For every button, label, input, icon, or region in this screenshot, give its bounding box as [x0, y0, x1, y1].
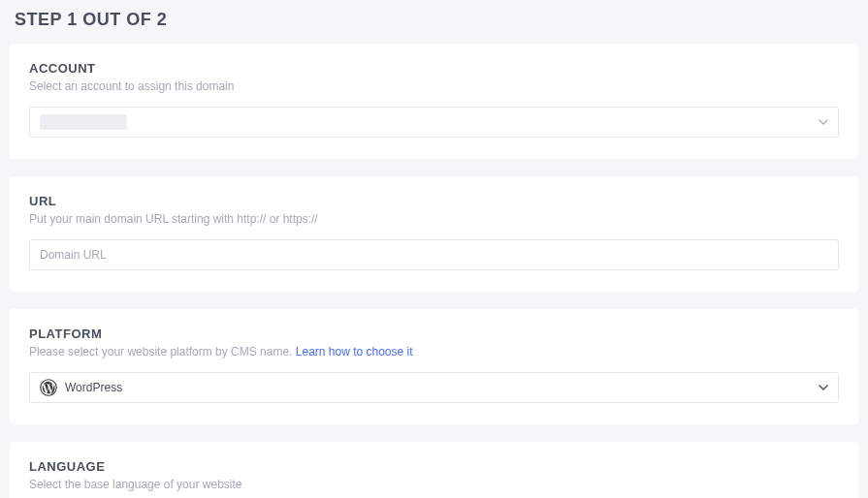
language-title: LANGUAGE: [29, 459, 839, 474]
platform-desc-text: Please select your website platform by C…: [29, 345, 296, 358]
account-selected-placeholder: [40, 114, 127, 130]
language-card: LANGUAGE Select the base language of you…: [10, 442, 858, 498]
url-desc: Put your main domain URL starting with h…: [29, 212, 839, 226]
wordpress-icon: [40, 379, 57, 396]
platform-card: PLATFORM Please select your website plat…: [10, 309, 858, 424]
url-card: URL Put your main domain URL starting wi…: [10, 176, 858, 292]
domain-url-input[interactable]: [29, 239, 839, 270]
platform-title: PLATFORM: [29, 327, 839, 341]
account-select[interactable]: [29, 107, 839, 138]
url-title: URL: [29, 194, 839, 208]
platform-selected-value: WordPress: [65, 381, 122, 394]
page-title: STEP 1 OUT OF 2: [10, 0, 858, 44]
account-desc: Select an account to assign this domain: [29, 79, 839, 93]
platform-select[interactable]: WordPress: [29, 372, 839, 403]
account-title: ACCOUNT: [29, 61, 839, 76]
chevron-down-icon: [819, 117, 828, 127]
platform-desc: Please select your website platform by C…: [29, 345, 839, 358]
platform-help-link[interactable]: Learn how to choose it: [296, 345, 413, 358]
chevron-down-icon: [819, 383, 828, 392]
account-card: ACCOUNT Select an account to assign this…: [10, 44, 858, 159]
language-desc: Select the base language of your website: [29, 478, 839, 491]
